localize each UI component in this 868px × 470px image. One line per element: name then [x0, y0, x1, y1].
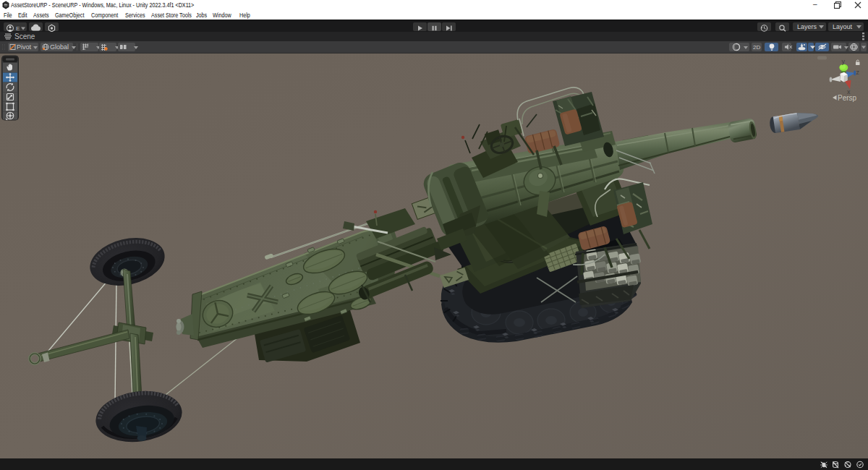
svg-text:Persp: Persp: [838, 94, 857, 102]
svg-text:y: y: [842, 58, 846, 65]
svg-text:Global: Global: [50, 43, 69, 51]
svg-text:Pivot: Pivot: [17, 43, 32, 51]
svg-text:E: E: [16, 25, 20, 32]
svg-text:z: z: [856, 69, 860, 76]
